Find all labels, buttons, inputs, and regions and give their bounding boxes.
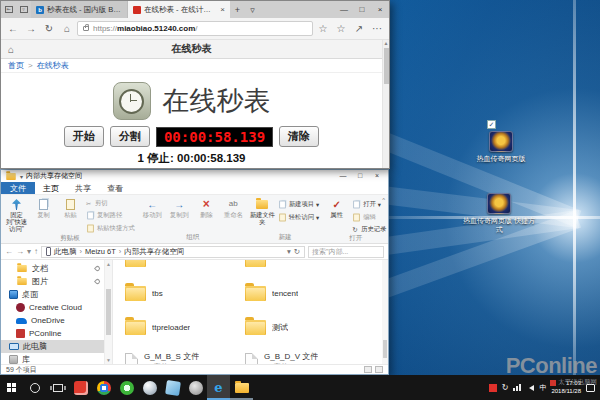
- action-center-icon[interactable]: [586, 384, 595, 392]
- page-scrollbar[interactable]: ▲: [382, 40, 389, 168]
- breadcrumb-current-link[interactable]: 在线秒表: [37, 60, 69, 71]
- ime-indicator[interactable]: 中: [539, 383, 546, 393]
- sidebar-item-pictures[interactable]: 图片: [1, 275, 112, 288]
- taskbar-explorer-button[interactable]: [230, 375, 253, 400]
- new-tab-button[interactable]: +: [230, 1, 245, 18]
- path-dropdown-icon[interactable]: ▾: [287, 247, 291, 256]
- taskbar-app-gray[interactable]: [184, 375, 207, 400]
- more-options-icon[interactable]: ···: [369, 23, 385, 34]
- site-home-icon[interactable]: ⌂: [8, 44, 14, 55]
- menu-share[interactable]: 共享: [67, 182, 99, 194]
- taskbar-app-blue[interactable]: [161, 375, 184, 400]
- cut-button[interactable]: ✂ 剪切: [86, 199, 135, 208]
- sidebar-item-desktop[interactable]: 桌面: [1, 288, 112, 301]
- scroll-up-icon[interactable]: ▲: [383, 40, 389, 47]
- tab-close-icon[interactable]: ×: [218, 5, 225, 14]
- taskbar-app-sphere[interactable]: [138, 375, 161, 400]
- desktop-shortcut-game-2[interactable]: 热血传奇网页版 快捷方式: [460, 193, 538, 234]
- copy-to-button[interactable]: → 复制到: [166, 196, 193, 219]
- new-folder-button[interactable]: 新建文件夹: [249, 196, 276, 226]
- file-tile-partial[interactable]: [245, 260, 365, 276]
- taskbar-edge-button[interactable]: e: [207, 375, 230, 400]
- sync-icon[interactable]: ↻: [502, 383, 509, 392]
- taskbar-app-red[interactable]: [69, 375, 92, 400]
- menu-view[interactable]: 查看: [99, 182, 131, 194]
- taskbar-app-chrome[interactable]: [92, 375, 115, 400]
- explorer-back-icon[interactable]: ←: [5, 247, 13, 256]
- volume-icon[interactable]: [526, 385, 534, 391]
- tab-preview-icon[interactable]: ▿: [16, 1, 31, 18]
- sidebar-item-documents[interactable]: 文档: [1, 262, 112, 275]
- new-item-button[interactable]: 新建项目 ▾: [278, 199, 319, 210]
- path-segment-this-pc[interactable]: 此电脑: [54, 247, 77, 257]
- minimize-button[interactable]: —: [335, 1, 353, 18]
- explorer-history-dropdown-icon[interactable]: ▾: [27, 247, 31, 256]
- file-tile-partial[interactable]: [125, 260, 245, 276]
- move-to-button[interactable]: ← 移动到: [139, 196, 166, 219]
- path-segment-storage[interactable]: 内部共享存储空间: [124, 247, 184, 257]
- explorer-minimize-button[interactable]: —: [336, 170, 350, 182]
- explorer-search-input[interactable]: 搜索"内部...: [308, 246, 384, 258]
- close-button[interactable]: ×: [371, 1, 389, 18]
- split-button[interactable]: 分割: [110, 126, 150, 147]
- network-icon[interactable]: [513, 384, 521, 391]
- path-refresh-icon[interactable]: ↻: [294, 247, 300, 256]
- back-icon[interactable]: ←: [5, 23, 21, 34]
- explorer-maximize-button[interactable]: □: [353, 170, 367, 182]
- desktop-icon-checkbox[interactable]: ✓: [487, 120, 496, 129]
- file-list-scrollbar[interactable]: [382, 260, 388, 364]
- browser-tab-bing[interactable]: b 秒表在线 - 国内版 Bing: [31, 1, 128, 18]
- favorite-star-icon[interactable]: ☆: [315, 23, 331, 34]
- clear-button[interactable]: 清除: [279, 126, 319, 147]
- sidebar-item-creative-cloud[interactable]: Creative Cloud: [1, 301, 112, 314]
- file-tile-ttpreloader[interactable]: ttpreloader: [125, 310, 245, 344]
- explorer-close-button[interactable]: ×: [370, 170, 384, 182]
- taskbar-app-green[interactable]: [115, 375, 138, 400]
- sidebar-item-libraries[interactable]: 库: [1, 353, 112, 366]
- copy-button[interactable]: 复制: [30, 196, 57, 219]
- tray-red-app-icon[interactable]: [489, 384, 497, 392]
- properties-button[interactable]: ✓ 属性: [323, 196, 350, 219]
- start-button[interactable]: [0, 375, 23, 400]
- breadcrumb-home-link[interactable]: 首页: [8, 60, 24, 71]
- share-icon[interactable]: ↗: [351, 23, 367, 34]
- hub-icon[interactable]: ☆: [333, 23, 349, 34]
- file-tile-tencent[interactable]: tencent: [245, 276, 365, 310]
- sidebar-item-onedrive[interactable]: OneDrive: [1, 314, 112, 327]
- history-button[interactable]: ↻ 历史记录: [352, 225, 386, 234]
- scrollbar-thumb[interactable]: [383, 340, 387, 358]
- file-tile-ceshi[interactable]: 测试: [245, 310, 365, 344]
- path-segment-device[interactable]: Meizu 6T: [85, 247, 116, 256]
- sidebar-item-this-pc[interactable]: 此电脑: [1, 340, 112, 353]
- menu-home[interactable]: 主页: [35, 182, 67, 194]
- paste-button[interactable]: 粘贴: [57, 196, 84, 219]
- maximize-button[interactable]: □: [353, 1, 371, 18]
- pin-to-quick-access-button[interactable]: 固定到"快速访问": [3, 196, 30, 233]
- scrollbar-thumb[interactable]: [106, 289, 111, 335]
- ribbon-collapse-icon[interactable]: ^: [382, 197, 385, 203]
- delete-button[interactable]: × 删除: [193, 196, 220, 219]
- set-aside-tabs-icon[interactable]: ⇤: [1, 1, 16, 18]
- desktop-shortcut-game-1[interactable]: 热血传奇网页版: [462, 131, 540, 163]
- explorer-path-box[interactable]: 此电脑 › Meizu 6T › 内部共享存储空间 ▾ ↻: [41, 246, 305, 258]
- task-view-button[interactable]: [46, 375, 69, 400]
- scroll-up-icon[interactable]: ▲: [106, 261, 111, 267]
- tab-list-dropdown-icon[interactable]: ▿: [245, 1, 260, 18]
- details-view-icon[interactable]: [364, 366, 372, 373]
- sidebar-scrollbar[interactable]: ▲ ▼: [104, 260, 112, 364]
- edit-button[interactable]: 编辑: [352, 212, 386, 223]
- scrollbar-thumb[interactable]: [384, 48, 389, 84]
- taskbar-clock[interactable]: 17:03 2018/11/28: [551, 380, 581, 395]
- explorer-forward-icon[interactable]: →: [16, 247, 24, 256]
- explorer-up-icon[interactable]: ↑: [34, 247, 38, 256]
- quick-access-toolbar-icon[interactable]: ▾: [20, 173, 23, 180]
- file-tile-gbdv[interactable]: G_B_D_V 文件 45 字节: [245, 344, 365, 364]
- easy-access-button[interactable]: 轻松访问 ▾: [278, 212, 319, 223]
- thumbnails-view-icon[interactable]: [375, 366, 383, 373]
- rename-button[interactable]: ab 重命名: [220, 196, 247, 219]
- address-bar[interactable]: https://miaobiao.51240.com/: [77, 21, 313, 36]
- home-icon[interactable]: ⌂: [59, 23, 75, 34]
- copy-path-button[interactable]: 复制路径: [86, 210, 135, 221]
- refresh-icon[interactable]: ↻: [41, 23, 57, 34]
- start-button[interactable]: 开始: [64, 126, 104, 147]
